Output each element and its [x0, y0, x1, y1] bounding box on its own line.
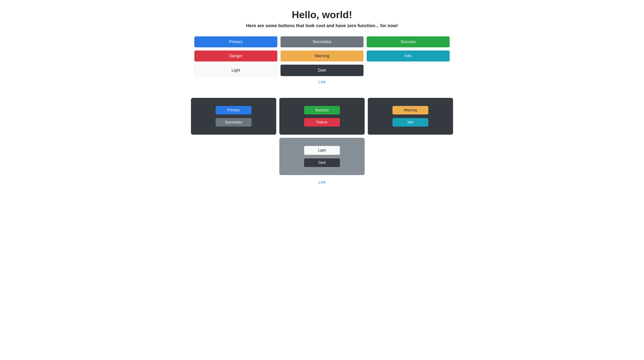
top-link-row: Link	[318, 80, 326, 84]
card-success-failure: Success Failure	[279, 98, 365, 135]
card3-info-button[interactable]: Info	[392, 118, 428, 126]
cards-row-1: Primary Secondary Success Failure Warnin…	[191, 98, 453, 135]
card-light-dark: Light Dark	[279, 138, 365, 175]
card3-warning-button[interactable]: Warning	[392, 106, 428, 114]
info-button[interactable]: Info	[367, 50, 450, 62]
card1-primary-button[interactable]: Primary	[216, 106, 252, 114]
top-button-grid: Primary Secondary Success Danger Warning…	[194, 36, 450, 76]
card-primary-secondary: Primary Secondary	[191, 98, 276, 135]
card2-success-button[interactable]: Success	[304, 106, 340, 114]
primary-button[interactable]: Primary	[194, 36, 277, 47]
cards-row-2: Light Dark	[279, 138, 365, 175]
success-button[interactable]: Success	[367, 36, 450, 47]
bottom-link-row: Link	[318, 180, 326, 185]
bottom-link[interactable]: Link	[318, 180, 326, 184]
card-warning-info: Warning Info	[368, 98, 453, 135]
cards-section: Primary Secondary Success Failure Warnin…	[187, 98, 457, 185]
secondary-button[interactable]: Secondary	[280, 36, 364, 47]
danger-button[interactable]: Danger	[194, 50, 277, 62]
page-title: Hello, world!	[292, 9, 352, 20]
dark-button[interactable]: Dark	[280, 65, 364, 76]
card1-secondary-button[interactable]: Secondary	[216, 118, 252, 126]
top-link[interactable]: Link	[318, 80, 326, 84]
light-button[interactable]: Light	[194, 65, 277, 76]
card4-dark-button[interactable]: Dark	[304, 158, 340, 167]
card2-failure-button[interactable]: Failure	[304, 118, 340, 126]
card4-light-button[interactable]: Light	[304, 146, 340, 155]
warning-button[interactable]: Warning	[280, 50, 364, 62]
page-subtitle: Here are some buttons that look cool and…	[246, 23, 398, 28]
